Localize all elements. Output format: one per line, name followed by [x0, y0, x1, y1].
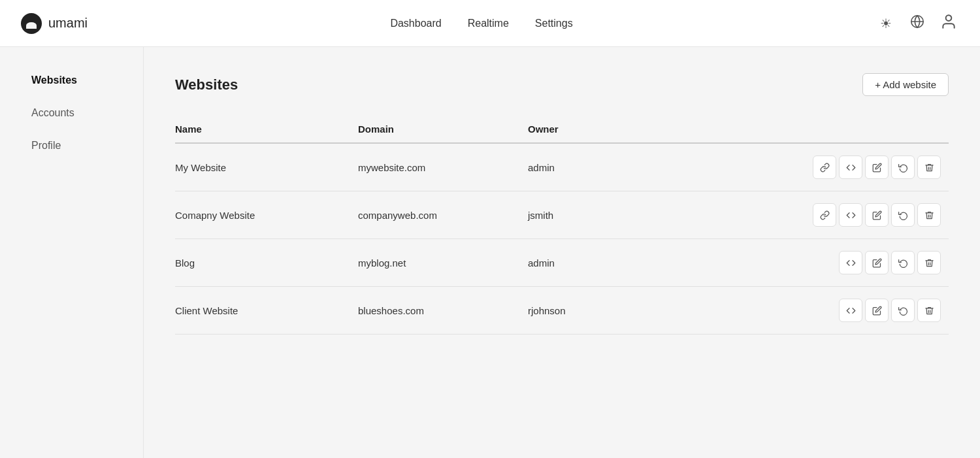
- logo-icon: [21, 13, 42, 34]
- header: umami Dashboard Realtime Settings ☀: [0, 0, 980, 47]
- add-website-button[interactable]: + Add website: [862, 73, 949, 96]
- cell-owner: admin: [528, 239, 659, 287]
- svg-point-2: [946, 15, 952, 21]
- layout: Websites Accounts Profile Websites + Add…: [0, 47, 980, 458]
- logo[interactable]: umami: [21, 13, 88, 34]
- cell-domain: blueshoes.com: [358, 287, 528, 335]
- delete-icon-button[interactable]: [917, 251, 941, 274]
- logo-text: umami: [48, 16, 88, 31]
- cell-name: Comapny Website: [175, 191, 358, 239]
- cell-domain: mywebsite.com: [358, 143, 528, 191]
- reset-icon-button[interactable]: [891, 203, 915, 227]
- cell-actions: [659, 143, 949, 191]
- nav-realtime[interactable]: Realtime: [468, 15, 509, 32]
- delete-icon-button[interactable]: [917, 203, 941, 227]
- delete-icon-button[interactable]: [917, 299, 941, 322]
- header-actions: ☀: [875, 13, 959, 34]
- cell-actions: [659, 287, 949, 335]
- reset-icon-button[interactable]: [891, 251, 915, 274]
- col-header-owner: Owner: [528, 117, 659, 143]
- language-button[interactable]: [907, 13, 928, 34]
- theme-toggle-button[interactable]: ☀: [875, 13, 896, 34]
- sidebar-item-accounts[interactable]: Accounts: [31, 106, 122, 120]
- globe-icon: [910, 14, 924, 32]
- user-menu-button[interactable]: [938, 13, 959, 34]
- cell-actions: [659, 239, 949, 287]
- nav-settings[interactable]: Settings: [535, 15, 573, 32]
- link-icon-button[interactable]: [813, 155, 836, 179]
- sun-icon: ☀: [880, 16, 892, 31]
- cell-owner: jsmith: [528, 191, 659, 239]
- link-icon-button[interactable]: [813, 203, 836, 227]
- edit-icon-button[interactable]: [865, 203, 889, 227]
- sidebar-item-profile[interactable]: Profile: [31, 139, 122, 153]
- col-header-actions: [659, 117, 949, 143]
- edit-icon-button[interactable]: [865, 299, 889, 322]
- edit-icon-button[interactable]: [865, 251, 889, 274]
- cell-actions: [659, 191, 949, 239]
- col-header-domain: Domain: [358, 117, 528, 143]
- delete-icon-button[interactable]: [917, 155, 941, 179]
- edit-icon-button[interactable]: [865, 155, 889, 179]
- user-icon: [940, 13, 957, 33]
- page-title: Websites: [175, 76, 238, 93]
- sidebar: Websites Accounts Profile: [0, 47, 144, 458]
- reset-icon-button[interactable]: [891, 299, 915, 322]
- table-row: Client Websiteblueshoes.comrjohnson: [175, 287, 949, 335]
- table-header-row: Name Domain Owner: [175, 117, 949, 143]
- nav-dashboard[interactable]: Dashboard: [390, 15, 441, 32]
- code-icon-button[interactable]: [839, 155, 862, 179]
- cell-domain: companyweb.com: [358, 191, 528, 239]
- main-content: Websites + Add website Name Domain Owner…: [144, 47, 980, 458]
- main-nav: Dashboard Realtime Settings: [390, 15, 572, 32]
- code-icon-button[interactable]: [839, 299, 862, 322]
- sidebar-item-websites[interactable]: Websites: [31, 73, 122, 88]
- table-row: Comapny Websitecompanyweb.comjsmith: [175, 191, 949, 239]
- cell-domain: myblog.net: [358, 239, 528, 287]
- code-icon-button[interactable]: [839, 251, 862, 274]
- cell-name: Client Website: [175, 287, 358, 335]
- websites-table: Name Domain Owner My Websitemywebsite.co…: [175, 117, 949, 335]
- cell-owner: rjohnson: [528, 287, 659, 335]
- code-icon-button[interactable]: [839, 203, 862, 227]
- cell-name: Blog: [175, 239, 358, 287]
- reset-icon-button[interactable]: [891, 155, 915, 179]
- table-row: My Websitemywebsite.comadmin: [175, 143, 949, 191]
- cell-owner: admin: [528, 143, 659, 191]
- table-row: Blogmyblog.netadmin: [175, 239, 949, 287]
- col-header-name: Name: [175, 117, 358, 143]
- page-header: Websites + Add website: [175, 73, 949, 96]
- cell-name: My Website: [175, 143, 358, 191]
